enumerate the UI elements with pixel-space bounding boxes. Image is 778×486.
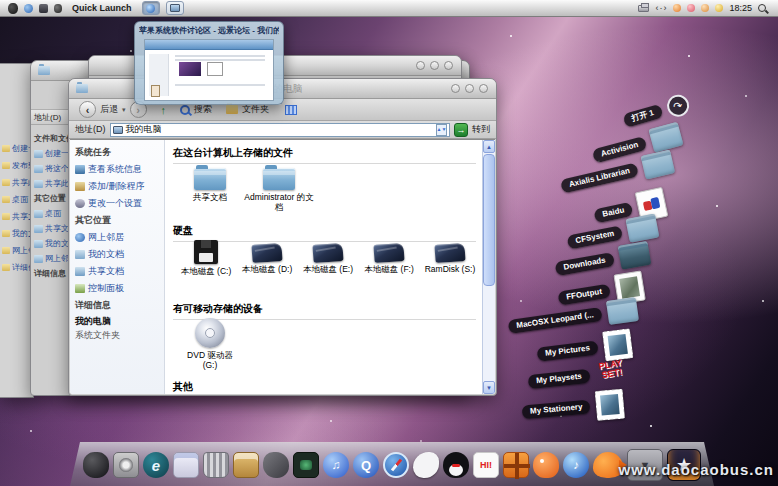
task-pane-item-documents[interactable]: 我的文档 [75, 248, 161, 261]
itunes-icon[interactable]: ♫ [323, 452, 349, 478]
views-button[interactable] [285, 105, 297, 115]
file-item-shared-docs[interactable]: 共享文档 [179, 168, 241, 213]
drive-item-d[interactable]: 本地磁盘 (D:) [238, 240, 296, 277]
disk-icon [434, 243, 465, 263]
taskbar-computer-button[interactable] [166, 1, 184, 15]
apple-menu-icon[interactable] [8, 3, 18, 14]
address-dropdown-stepper[interactable]: ▲▼ [436, 124, 447, 136]
task-pane-item-control-panel[interactable]: 控制面板 [75, 282, 161, 295]
folders-icon[interactable] [226, 105, 238, 114]
quicktime-icon[interactable]: Q [353, 452, 379, 478]
window-mini-icon[interactable] [39, 4, 48, 13]
network-mini-icon[interactable] [24, 4, 33, 13]
task-pane-item-add-remove[interactable]: 添加/删除程序 [75, 180, 161, 193]
disk-icon [373, 243, 404, 263]
far-pane-item[interactable]: 网上邻居 [0, 242, 33, 259]
far-pane-item[interactable]: 桌面 [0, 191, 33, 208]
new-folder-icon [34, 150, 43, 158]
documents-icon [2, 230, 10, 237]
playset-icon: PLAY SET! [594, 358, 630, 389]
info-icon [2, 264, 10, 271]
task-pane-item-network[interactable]: 网上邻居 [75, 231, 161, 244]
stack-label: Axialis Librarian [560, 162, 639, 193]
far-pane-item[interactable]: 共享此文件夹 [0, 174, 33, 191]
search-icon[interactable] [180, 105, 190, 115]
go-button[interactable]: → [454, 123, 468, 137]
far-pane-item[interactable]: 创建一个新文件夹 [0, 140, 33, 157]
shared-folder-icon [34, 225, 43, 233]
browser-thumbnail[interactable] [144, 39, 274, 101]
address-field[interactable]: 我的电脑 ▲▼ [110, 123, 451, 137]
stack-label: My Stationery [521, 400, 590, 420]
folder-icon [2, 145, 10, 152]
tray-avatar-icon-2[interactable] [687, 4, 695, 12]
far-pane-item[interactable]: 发布到 Web [0, 157, 33, 174]
thumbnail-stamp-icon [151, 85, 160, 97]
menu-bar-right: ‹·› 18:25 [638, 3, 770, 13]
task-pane-item-system-info[interactable]: 查看系统信息 [75, 163, 161, 176]
drive-item-s[interactable]: RamDisk (S:) [421, 240, 479, 277]
tray-avatar-icon-3[interactable] [701, 4, 709, 12]
safari-compass-icon[interactable] [383, 452, 409, 478]
file-item-admin-docs[interactable]: Administrator 的文档 [244, 168, 314, 213]
minimize-button[interactable] [451, 84, 460, 93]
address-label: 地址(D) [75, 123, 106, 136]
stored-files-row: 共享文档 Administrator 的文档 [179, 168, 314, 213]
maximize-button[interactable] [465, 84, 474, 93]
notepad-icon[interactable] [173, 452, 199, 478]
stack-item-open[interactable]: 打开 1 ↷ [622, 92, 692, 132]
drive-item-c[interactable]: 本地磁盘 (C:) [177, 240, 235, 277]
far-pane-item[interactable]: 详细信息 [0, 259, 33, 276]
task-pane-item-shared-docs[interactable]: 共享文档 [75, 265, 161, 278]
tray-avatar-icon-1[interactable] [673, 4, 681, 12]
finder-apple-icon[interactable] [83, 452, 109, 478]
drive-item-e[interactable]: 本地磁盘 (E:) [299, 240, 357, 277]
tray-avatar-icon-4[interactable] [715, 4, 723, 12]
scroll-up-button[interactable]: ▲ [483, 140, 495, 153]
hi-messenger-icon[interactable]: HI! [473, 452, 499, 478]
drive-item-f[interactable]: 本地磁盘 (F:) [360, 240, 418, 277]
close-button[interactable] [479, 84, 488, 93]
archive-box-icon[interactable] [233, 452, 259, 478]
tray-arrows-icon[interactable]: ‹·› [655, 3, 667, 13]
desktop-icon [2, 196, 10, 203]
white-app-icon[interactable] [413, 452, 439, 478]
stack-label: My Playsets [528, 369, 591, 389]
task-pane-item-change-setting[interactable]: 更改一个设置 [75, 197, 161, 210]
qq-penguin-icon[interactable] [443, 452, 469, 478]
drive-item-dvd[interactable]: DVD 驱动器 (G:) [179, 318, 241, 371]
up-button[interactable]: ↑ [161, 104, 167, 116]
orange-pet-icon[interactable] [533, 452, 559, 478]
thumbnail-image [179, 62, 201, 76]
gift-box-icon[interactable] [503, 452, 529, 478]
back-button-label[interactable]: 后退 [100, 103, 118, 116]
far-pane-item[interactable]: 我的文档 [0, 225, 33, 242]
stack-label: My Pictures [537, 340, 599, 361]
internet-explorer-icon[interactable]: e [143, 452, 169, 478]
address-bar: 地址(D) 我的电脑 ▲▼ → 转到 [69, 121, 496, 139]
back-button[interactable]: ‹ [79, 101, 96, 118]
system-preferences-icon[interactable] [113, 452, 139, 478]
spotlight-search-icon[interactable] [758, 4, 766, 12]
printer-icon[interactable] [638, 5, 649, 12]
trash-icon[interactable] [203, 452, 229, 478]
minimize-button[interactable] [416, 61, 425, 70]
vertical-scrollbar[interactable]: ▲ ▼ [482, 140, 495, 394]
apple-mini-icon[interactable] [54, 4, 62, 13]
close-button[interactable] [444, 61, 453, 70]
menu-bar-left: Quick Launch [8, 1, 184, 15]
maximize-button[interactable] [430, 61, 439, 70]
go-label[interactable]: 转到 [472, 123, 490, 136]
back-dropdown-icon[interactable]: ▾ [122, 106, 126, 114]
open-arrow-icon[interactable]: ↷ [665, 92, 692, 119]
screenshot-app-icon[interactable] [293, 452, 319, 478]
taskbar-browser-button[interactable] [142, 1, 160, 15]
music-orb-icon[interactable]: ♪ [563, 452, 589, 478]
folder-icon [625, 214, 659, 243]
scrollbar-thumb[interactable] [483, 154, 495, 286]
gray-app-icon[interactable] [263, 452, 289, 478]
hard-disks-row: 本地磁盘 (C:) 本地磁盘 (D:) 本地磁盘 (E:) 本地磁盘 (F:) … [177, 240, 479, 277]
menu-bar: Quick Launch ‹·› 18:25 [0, 0, 778, 17]
far-pane-item[interactable]: 共享文档 [0, 208, 33, 225]
scroll-down-button[interactable]: ▼ [483, 381, 495, 394]
